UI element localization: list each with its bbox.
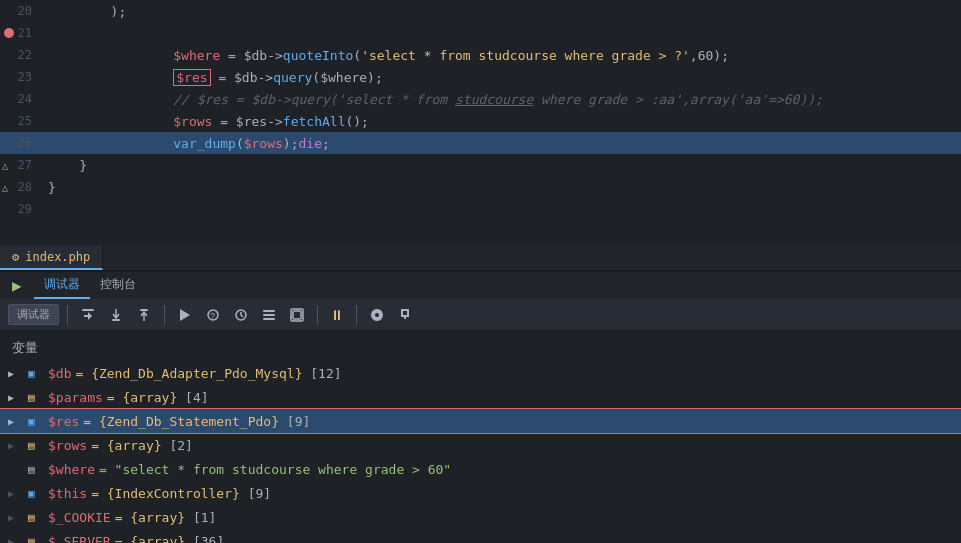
var-row-params[interactable]: ▶ ▤ $params = {array} [4] (0, 385, 961, 409)
svg-rect-0 (82, 309, 94, 311)
code-line-28: △ 28 } (0, 176, 961, 198)
step-out-btn[interactable] (132, 305, 156, 325)
svg-rect-1 (112, 319, 120, 321)
var-row-db[interactable]: ▶ ▣ $db = {Zend_Db_Adapter_Pdo_Mysql} [1… (0, 361, 961, 385)
expand-arrow-this: ▶ (8, 488, 24, 499)
line-num-22: 22 (0, 48, 40, 62)
var-name-params: $params (48, 390, 103, 405)
file-tab-bar: ⚙ index.php (0, 245, 961, 271)
line-num-23: 23 (0, 70, 40, 84)
var-count-cookie: [1] (185, 510, 216, 525)
line-num-29: 29 (0, 202, 40, 216)
variables-label: 变量 (12, 339, 38, 357)
svg-rect-2 (140, 309, 148, 311)
tab-console-label: 控制台 (100, 277, 136, 291)
var-row-res[interactable]: ▶ ▣ $res = {Zend_Db_Statement_Pdo} [9] (0, 409, 961, 433)
variables-panel: 变量 ▶ ▣ $db = {Zend_Db_Adapter_Pdo_Mysql}… (0, 331, 961, 543)
line-num-20: 20 (0, 4, 40, 18)
arrow-27: △ (2, 160, 8, 171)
debugger-btn[interactable]: 调试器 (8, 304, 59, 325)
expand-arrow-db: ▶ (8, 368, 24, 379)
var-name-res: $res (48, 414, 79, 429)
var-value-db: = {Zend_Db_Adapter_Pdo_Mysql} (75, 366, 302, 381)
toolbar-sep-4 (356, 305, 357, 325)
var-name-server: $_SERVER (48, 534, 111, 544)
toolbar-sep-3 (317, 305, 318, 325)
var-value-res: = {Zend_Db_Statement_Pdo} (83, 414, 279, 429)
var-count-server: [36] (185, 534, 224, 544)
var-name-where: $where (48, 462, 95, 477)
line-num-27: △ 27 (0, 158, 40, 172)
code-line-29: 29 (0, 198, 961, 220)
line-num-21: 21 (0, 26, 40, 40)
frames-btn[interactable] (285, 305, 309, 325)
var-type-params: ▤ (28, 391, 44, 404)
step-into-btn[interactable] (104, 305, 128, 325)
error-dot-21 (4, 28, 14, 38)
var-count-rows: [2] (162, 438, 193, 453)
expand-arrow-cookie: ▶ (8, 512, 24, 523)
play-btn[interactable]: ▶ (8, 274, 26, 297)
var-row-where[interactable]: ▶ ▤ $where = "select * from studcourse w… (0, 457, 961, 481)
code-line-27: △ 27 } (0, 154, 961, 176)
code-editor: 20 ); 21 22 $where = $db->quoteInto('sel… (0, 0, 961, 245)
var-type-this: ▣ (28, 487, 44, 500)
line-content-20: ); (40, 4, 961, 19)
expand-arrow-params: ▶ (8, 392, 24, 403)
eval-expr-btn[interactable]: ? (201, 305, 225, 325)
tab-debugger-label: 调试器 (44, 277, 80, 291)
line-num-25: 25 (0, 114, 40, 128)
line-num-26: 26 (0, 136, 40, 150)
var-value-rows: = {array} (91, 438, 161, 453)
expand-arrow-rows: ▶ (8, 440, 24, 451)
var-value-server: = {array} (115, 534, 185, 544)
var-count-params: [4] (177, 390, 208, 405)
export-btn[interactable] (393, 305, 417, 325)
var-row-cookie[interactable]: ▶ ▤ $_COOKIE = {array} [1] (0, 505, 961, 529)
debugger-tab-bar: ▶ 调试器 控制台 (0, 271, 961, 299)
expand-arrow-server: ▶ (8, 536, 24, 544)
var-name-rows: $rows (48, 438, 87, 453)
svg-rect-7 (263, 314, 275, 316)
debugger-btn-label: 调试器 (17, 307, 50, 322)
svg-text:?: ? (210, 311, 215, 321)
var-name-db: $db (48, 366, 71, 381)
file-tab-index[interactable]: ⚙ index.php (0, 246, 103, 270)
toolbar-sep-2 (164, 305, 165, 325)
line-num-28: △ 28 (0, 180, 40, 194)
debugger-toolbar: 调试器 ? ⏸ (0, 299, 961, 331)
run-to-cursor-btn[interactable] (173, 305, 197, 325)
var-value-where: = "select * from studcourse where grade … (99, 462, 451, 477)
var-type-where: ▤ (28, 463, 44, 476)
settings-btn[interactable] (365, 305, 389, 325)
expand-arrow-res: ▶ (8, 416, 24, 427)
var-row-rows[interactable]: ▶ ▤ $rows = {array} [2] (0, 433, 961, 457)
watch-btn[interactable] (229, 305, 253, 325)
file-tab-label: index.php (25, 250, 90, 264)
var-row-server[interactable]: ▶ ▤ $_SERVER = {array} [36] (0, 529, 961, 543)
file-tab-icon: ⚙ (12, 250, 19, 264)
var-value-cookie: = {array} (115, 510, 185, 525)
stack-btn[interactable] (257, 305, 281, 325)
var-value-params: = {array} (107, 390, 177, 405)
var-value-this: = {IndexController} (91, 486, 240, 501)
var-count-this: [9] (240, 486, 271, 501)
code-line-20: 20 ); (0, 0, 961, 22)
arrow-28: △ (2, 182, 8, 193)
var-name-cookie: $_COOKIE (48, 510, 111, 525)
var-type-rows: ▤ (28, 439, 44, 452)
line-content-28: } (40, 180, 961, 195)
expand-arrow-where: ▶ (8, 464, 24, 475)
step-over-btn[interactable] (76, 305, 100, 325)
var-count-db: [12] (302, 366, 341, 381)
tab-console[interactable]: 控制台 (90, 272, 146, 299)
line-content-27: } (40, 158, 961, 173)
tab-debugger[interactable]: 调试器 (34, 272, 90, 299)
svg-rect-10 (293, 311, 301, 319)
svg-rect-8 (263, 318, 275, 320)
var-name-this: $this (48, 486, 87, 501)
var-row-this[interactable]: ▶ ▣ $this = {IndexController} [9] (0, 481, 961, 505)
pause-btn[interactable]: ⏸ (326, 305, 348, 325)
var-type-db: ▣ (28, 367, 44, 380)
line-num-24: 24 (0, 92, 40, 106)
